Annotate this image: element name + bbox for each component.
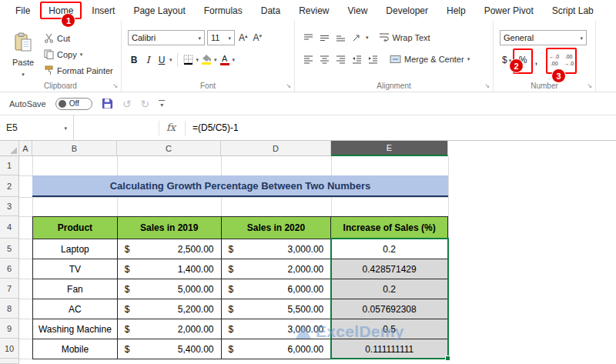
align-bottom-button[interactable] <box>333 30 347 45</box>
cell-c5[interactable]: $2,500.00 <box>118 239 222 259</box>
row-header-3[interactable]: 3 <box>0 197 19 216</box>
cell-c7[interactable]: $5,000.00 <box>118 279 222 299</box>
tab-developer[interactable]: Developer <box>377 0 437 21</box>
cell-d8[interactable]: $5,500.00 <box>222 299 332 319</box>
tab-file[interactable]: File <box>6 0 39 21</box>
align-right-button[interactable] <box>333 52 347 66</box>
decrease-font-size-button[interactable]: A ▾ <box>252 32 264 43</box>
customize-toolbar-button[interactable]: ▾ <box>159 100 165 108</box>
sheet-title-cell[interactable]: Calculating Growth Percentage Between Tw… <box>32 175 448 197</box>
select-all-corner[interactable] <box>0 141 19 156</box>
autosave-toggle[interactable]: Off <box>55 98 92 110</box>
fill-color-options-icon[interactable]: ▾ <box>214 57 217 62</box>
tab-home[interactable]: Home 1 <box>39 0 82 21</box>
insert-function-button[interactable]: fx <box>166 122 176 133</box>
borders-options-icon[interactable]: ▾ <box>196 57 199 62</box>
formula-input[interactable]: =(D5/C5)-1 <box>192 122 239 133</box>
orientation-options-icon[interactable]: ▾ <box>366 35 369 40</box>
align-middle-button[interactable] <box>317 30 331 45</box>
row-header-6[interactable]: 6 <box>0 259 19 279</box>
column-header-d[interactable]: D <box>221 141 331 156</box>
tab-power-pivot[interactable]: Power Pivot <box>475 0 543 21</box>
font-color-button[interactable]: A <box>219 52 231 67</box>
header-sales-2019[interactable]: Sales in 2019 <box>118 217 222 239</box>
cell-d6[interactable]: $2,000.00 <box>222 259 332 279</box>
font-dialog-launcher[interactable]: ↘ <box>286 83 291 89</box>
underline-button[interactable]: U <box>156 52 168 67</box>
row-header-8[interactable]: 8 <box>0 299 19 319</box>
header-product[interactable]: Product <box>33 217 118 239</box>
cell-e9[interactable]: 0.5 <box>331 319 448 339</box>
align-top-button[interactable] <box>301 30 315 45</box>
comma-style-button[interactable]: , <box>532 52 540 68</box>
row-header-5[interactable]: 5 <box>0 239 19 259</box>
decrease-decimal-button[interactable]: .00 →.0 <box>562 52 575 68</box>
wrap-text-button[interactable]: Wrap Text <box>379 32 430 42</box>
cell-d10[interactable]: $6,000.00 <box>222 339 332 359</box>
tab-formulas[interactable]: Formulas <box>195 0 252 21</box>
cell-c10[interactable]: $5,400.00 <box>118 339 222 359</box>
font-size-select[interactable]: 11 ▾ <box>207 30 235 45</box>
paste-button[interactable]: Paste ▾ <box>6 30 40 79</box>
cell-b6[interactable]: TV <box>33 259 118 279</box>
increase-indent-button[interactable] <box>366 52 380 66</box>
align-left-button[interactable] <box>301 52 315 66</box>
tab-review[interactable]: Review <box>290 0 338 21</box>
save-button[interactable] <box>102 98 113 109</box>
cell-e7[interactable]: 0.2 <box>331 279 448 299</box>
cell-b10[interactable]: Mobile <box>33 339 118 359</box>
column-header-e[interactable]: E <box>331 141 448 156</box>
tab-insert[interactable]: Insert <box>82 0 124 21</box>
header-sales-2020[interactable]: Sales in 2020 <box>222 217 332 239</box>
tab-view[interactable]: View <box>339 0 377 21</box>
cell-b9[interactable]: Washing Machine <box>33 319 118 339</box>
tab-script-lab[interactable]: Script Lab <box>543 0 603 21</box>
cell-c8[interactable]: $5,200.00 <box>118 299 222 319</box>
cell-b7[interactable]: Fan <box>33 279 118 299</box>
column-header-c[interactable]: C <box>117 141 221 156</box>
decrease-indent-button[interactable] <box>350 52 363 66</box>
borders-button[interactable] <box>182 52 195 67</box>
number-dialog-launcher[interactable]: ↘ <box>587 83 592 89</box>
row-header-2[interactable]: 2 <box>0 175 19 197</box>
cell-b5[interactable]: Laptop <box>33 239 118 259</box>
merge-center-button[interactable]: Merge & Center ▾ <box>390 55 470 64</box>
tab-help[interactable]: Help <box>437 0 475 21</box>
clipboard-dialog-launcher[interactable]: ↘ <box>112 83 118 89</box>
cell-e8[interactable]: 0.057692308 <box>331 299 448 319</box>
cut-button[interactable]: Cut <box>44 32 113 45</box>
cell-b8[interactable]: AC <box>33 299 118 319</box>
format-painter-button[interactable]: Format Painter <box>44 64 113 77</box>
cell-d7[interactable]: $6,000.00 <box>222 279 332 299</box>
undo-button[interactable]: ↺ <box>122 98 132 110</box>
tab-data[interactable]: Data <box>252 0 290 21</box>
redo-button[interactable]: ↻ <box>140 98 149 110</box>
cell-e10[interactable]: 0.111111111 <box>331 339 448 359</box>
tab-page-layout[interactable]: Page Layout <box>124 0 194 21</box>
cell-c9[interactable]: $2,000.00 <box>118 319 222 339</box>
alignment-dialog-launcher[interactable]: ↘ <box>484 83 490 89</box>
row-header-1[interactable]: 1 <box>0 156 19 175</box>
cell-d9[interactable]: $3,000.00 <box>222 319 332 339</box>
cell-c6[interactable]: $1,400.00 <box>118 259 222 279</box>
cell-e6[interactable]: 0.428571429 <box>331 259 448 279</box>
underline-options-icon[interactable]: ▾ <box>169 57 172 62</box>
bold-button[interactable]: B <box>128 52 140 67</box>
column-header-b[interactable]: B <box>32 141 117 156</box>
fill-handle[interactable] <box>445 356 450 361</box>
font-color-options-icon[interactable]: ▾ <box>233 57 236 62</box>
row-header-10[interactable]: 10 <box>0 339 19 359</box>
cell-e5-active[interactable]: 0.2 <box>331 239 448 259</box>
increase-font-size-button[interactable]: A ▴ <box>237 32 249 43</box>
cell-d5[interactable]: $3,000.00 <box>222 239 332 259</box>
font-name-select[interactable]: Calibri ▾ <box>128 30 205 45</box>
header-increase[interactable]: Increase of Sales (%) <box>331 217 448 239</box>
fill-color-button[interactable] <box>200 52 213 67</box>
copy-button[interactable]: Copy ▾ <box>44 48 113 61</box>
row-header-7[interactable]: 7 <box>0 279 19 299</box>
align-center-button[interactable] <box>317 52 331 66</box>
name-box[interactable]: E5 ▾ <box>0 115 74 140</box>
increase-decimal-button[interactable]: ←.0 .00 <box>547 52 561 68</box>
row-header-9[interactable]: 9 <box>0 319 19 339</box>
row-header-4[interactable]: 4 <box>0 216 19 239</box>
